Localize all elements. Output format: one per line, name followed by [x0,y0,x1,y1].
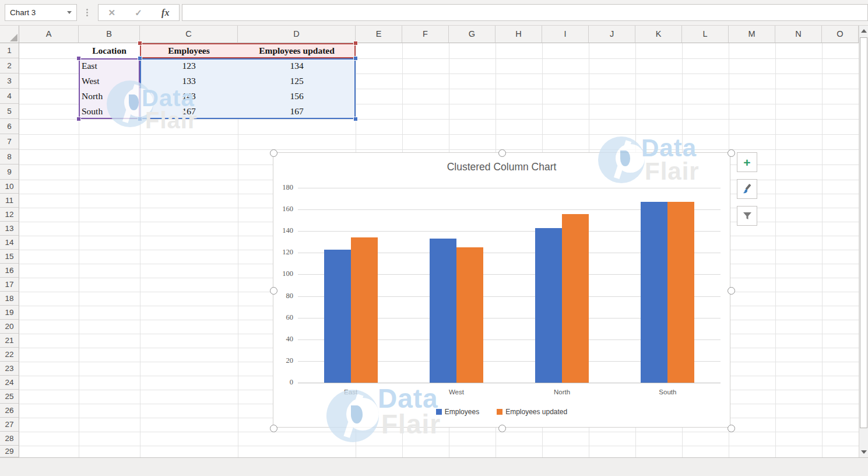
row-header-20[interactable]: 20 [0,320,19,334]
row-header-27[interactable]: 27 [0,418,19,432]
column-header-O[interactable]: O [822,26,859,43]
row-header-12[interactable]: 12 [0,208,19,222]
y-axis-tick-label: 140 [273,226,293,235]
cell-value[interactable]: 123 [140,58,238,74]
row-header-19[interactable]: 19 [0,306,19,320]
cell-category[interactable]: South [79,104,140,119]
row-header-10[interactable]: 10 [0,180,19,194]
chart-resize-handle[interactable] [270,425,277,432]
row-header-25[interactable]: 25 [0,390,19,404]
bar-employees-updated-north[interactable] [562,214,589,383]
column-header-D[interactable]: D [238,26,356,43]
chart-resize-handle[interactable] [498,425,506,432]
row-header-17[interactable]: 17 [0,278,19,292]
funnel-icon [742,211,753,221]
cancel-icon[interactable]: ✕ [108,8,116,18]
column-header-E[interactable]: E [356,26,402,43]
row-header-4[interactable]: 4 [0,89,19,104]
chart-resize-handle[interactable] [498,149,506,157]
chart-resize-handle[interactable] [270,287,277,295]
column-header-G[interactable]: G [449,26,496,43]
chart-resize-handle[interactable] [728,149,735,157]
column-header-M[interactable]: M [729,26,775,43]
chart-resize-handle[interactable] [270,149,277,157]
column-header-J[interactable]: J [589,26,635,43]
column-header-F[interactable]: F [402,26,449,43]
cell-value[interactable]: 167 [238,104,356,119]
cell-category[interactable]: North [79,89,140,104]
cell-location-header[interactable]: Location [79,43,140,58]
row-header-3[interactable]: 3 [0,74,19,89]
cell-value[interactable]: 143 [140,89,238,104]
row-header-26[interactable]: 26 [0,404,19,418]
x-axis-category-label: West [421,388,491,396]
scroll-down-button[interactable] [859,447,868,457]
chart-legend[interactable]: EmployeesEmployees updated [273,408,730,416]
cell-category[interactable]: East [79,58,140,74]
row-header-2[interactable]: 2 [0,58,19,74]
vertical-scrollbar-thumb[interactable] [860,37,867,428]
bar-employees-north[interactable] [535,228,562,383]
row-header-5[interactable]: 5 [0,104,19,119]
row-header-23[interactable]: 23 [0,362,19,376]
x-axis-category-label: South [632,388,702,396]
chart-elements-button[interactable]: + [737,152,757,172]
cell-value[interactable]: 125 [238,74,356,89]
row-header-21[interactable]: 21 [0,334,19,348]
vertical-scrollbar[interactable] [859,26,868,457]
cell-value[interactable]: 167 [140,104,238,119]
bar-employees-west[interactable] [430,239,456,383]
cell-employees-updated-header[interactable]: Employees updated [238,43,356,58]
column-header-N[interactable]: N [775,26,822,43]
chart-filters-button[interactable] [737,206,757,226]
bar-employees-updated-south[interactable] [667,202,694,383]
row-header-15[interactable]: 15 [0,250,19,264]
cell-category[interactable]: West [79,74,140,89]
row-header-1[interactable]: 1 [0,43,19,58]
column-header-B[interactable]: B [79,26,140,43]
legend-item[interactable]: Employees updated [497,408,567,416]
bar-employees-south[interactable] [641,202,667,383]
row-header-24[interactable]: 24 [0,376,19,390]
column-header-C[interactable]: C [140,26,238,43]
row-header-29[interactable]: 29 [0,446,19,457]
cell-value[interactable]: 133 [140,74,238,89]
row-header-22[interactable]: 22 [0,348,19,362]
row-header-11[interactable]: 11 [0,194,19,208]
row-header-16[interactable]: 16 [0,264,19,278]
formula-bar-input[interactable] [182,4,868,21]
gridline [19,446,859,446]
row-header-28[interactable]: 28 [0,432,19,446]
chart-styles-button[interactable] [737,179,757,199]
chart-resize-handle[interactable] [728,287,735,295]
insert-function-icon[interactable]: fx [161,8,169,18]
cell-employees-header[interactable]: Employees [140,43,238,58]
row-header-13[interactable]: 13 [0,222,19,236]
row-header-7[interactable]: 7 [0,134,19,149]
chart-object[interactable]: Clustered Column Chart 02040608010012014… [273,152,730,428]
row-header-6[interactable]: 6 [0,119,19,134]
name-box-dropdown-icon[interactable] [67,11,72,14]
bar-employees-updated-west[interactable] [456,247,483,383]
row-header-8[interactable]: 8 [0,149,19,164]
column-header-A[interactable]: A [19,26,79,43]
row-header-9[interactable]: 9 [0,164,19,180]
column-header-L[interactable]: L [682,26,729,43]
bar-employees-updated-east[interactable] [351,237,378,383]
row-header-14[interactable]: 14 [0,236,19,250]
chart-gridline [298,188,721,188]
chart-title[interactable]: Clustered Column Chart [273,161,730,173]
cell-value[interactable]: 156 [238,89,356,104]
name-box[interactable]: Chart 3 [5,4,77,21]
chart-resize-handle[interactable] [728,425,735,432]
column-header-I[interactable]: I [542,26,589,43]
bar-employees-east[interactable] [324,250,351,383]
column-header-H[interactable]: H [496,26,542,43]
scroll-up-button[interactable] [859,26,868,36]
cell-value[interactable]: 134 [238,58,356,74]
column-header-K[interactable]: K [635,26,682,43]
select-all-button[interactable] [0,26,19,43]
legend-item[interactable]: Employees [436,408,479,416]
row-header-18[interactable]: 18 [0,292,19,306]
enter-icon[interactable]: ✓ [135,8,142,18]
